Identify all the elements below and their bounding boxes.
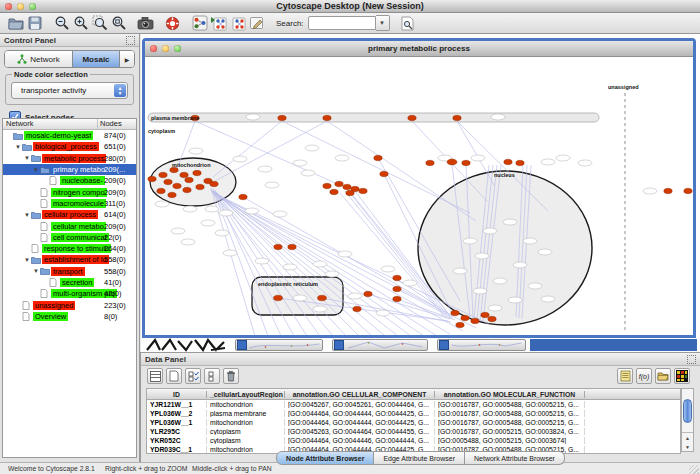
column-header-region[interactable]: _cellularLayoutRegion: [207, 391, 285, 398]
network-view-window[interactable]: primary metabolic process: [142, 38, 696, 338]
table-row[interactable]: YKR052Ccytoplasm[GO:0044464, GO:0044446,…: [147, 436, 680, 445]
table-cell: plasma membrane: [207, 410, 285, 417]
tree-item-nitrogen-compo[interactable]: nitrogen compo209(0): [3, 186, 136, 197]
column-header-molecular-function[interactable]: annotation.GO MOLECULAR_FUNCTION: [435, 391, 585, 398]
tree-item-unassigned[interactable]: unassigned223(0): [3, 299, 136, 310]
search-dropdown-button[interactable]: ▼: [376, 15, 390, 31]
heatmap-icon[interactable]: [674, 368, 690, 384]
table-row[interactable]: YLR295Ccytoplasm[GO:0045263, GO:0044464,…: [147, 427, 680, 436]
expand-triangle-icon[interactable]: ▼: [32, 167, 40, 173]
snapshot-camera-icon[interactable]: [136, 14, 155, 32]
open-icon[interactable]: [6, 14, 25, 32]
annotation-icon[interactable]: [247, 14, 266, 32]
tab-overflow-arrow[interactable]: ▶: [119, 51, 134, 67]
create-network-view-icon[interactable]: [209, 14, 228, 32]
nucleus-region: [418, 171, 592, 325]
zoom-selected-icon[interactable]: [90, 14, 109, 32]
network-graph[interactable]: plasma membrane cytoplasm mitochondrion …: [145, 57, 693, 335]
formula-icon[interactable]: f(o): [636, 368, 652, 384]
scrollbar-thumb[interactable]: [683, 399, 692, 423]
table-row[interactable]: YJR121W__1mitochondrion[GO:0045267, GO:0…: [147, 400, 680, 409]
tree-item-nucleobase-[interactable]: nucleobase-209(0): [3, 175, 136, 186]
attribute-report-icon[interactable]: [617, 368, 633, 384]
tree-item-cellular-metabo[interactable]: cellular metabo209(0): [3, 220, 136, 231]
tree-item-label: nucleobase-: [60, 176, 105, 185]
minimized-network-window-1[interactable]: [235, 339, 323, 351]
import-attributes-icon[interactable]: [655, 368, 671, 384]
search-config-icon[interactable]: [398, 14, 417, 32]
zoom-in-icon[interactable]: [71, 14, 90, 32]
vizmapper-icon[interactable]: [190, 14, 209, 32]
zoom-fit-icon[interactable]: [109, 14, 128, 32]
tab-mosaic[interactable]: Mosaic: [72, 51, 119, 67]
tree-item-secretion[interactable]: secretion41(0): [3, 277, 136, 288]
network-canvas[interactable]: plasma membrane cytoplasm mitochondrion …: [145, 57, 693, 335]
tree-column-nodes[interactable]: Nodes: [97, 119, 136, 129]
float-panel-icon[interactable]: [126, 36, 135, 45]
tab-network[interactable]: Network: [5, 51, 72, 67]
tree-item-overview[interactable]: Overview8(0): [3, 311, 136, 322]
attribute-table[interactable]: ID _cellularLayoutRegion annotation.GO C…: [146, 388, 681, 454]
float-panel-icon[interactable]: [687, 355, 696, 364]
table-cell: [GO:0016787, GO:0005488, GO:0005215, G..…: [435, 410, 585, 417]
tree-item-macromolecule[interactable]: macromolecule311(0): [3, 198, 136, 209]
search-input[interactable]: [308, 16, 376, 30]
help-lifesaver-icon[interactable]: [163, 14, 182, 32]
minimized-network-window-3[interactable]: [437, 339, 526, 351]
scrollbar-arrows[interactable]: ▲▼: [682, 432, 693, 451]
tree-item-response-to-stimulu[interactable]: response to stimulu264(0): [3, 243, 136, 254]
new-attribute-icon[interactable]: [166, 368, 182, 384]
expand-triangle-icon[interactable]: ▼: [32, 268, 40, 274]
tree-item-cell-communicat[interactable]: cell communicat22(0): [3, 232, 136, 243]
attribute-table-icon[interactable]: [147, 368, 163, 384]
tab-network-attribute-browser[interactable]: Network Attribute Browser: [465, 451, 565, 465]
tree-item-count: 311(0): [104, 199, 125, 208]
tree-item-biological-process[interactable]: ▼biological_process651(0): [3, 141, 136, 152]
tree-item-label: primary metabo: [51, 165, 107, 174]
node-color-dropdown[interactable]: transporter activity ▲▼: [11, 82, 128, 99]
expand-triangle-icon[interactable]: ▼: [23, 155, 31, 161]
table-cell: mitochondrion: [207, 401, 285, 408]
tab-edge-attribute-browser[interactable]: Edge Attribute Browser: [374, 451, 465, 465]
save-icon[interactable]: [25, 14, 44, 32]
search-label: Search:: [276, 19, 304, 28]
tree-item-establishment-of-lo[interactable]: ▼establishment of lo558(0): [3, 254, 136, 265]
file-icon: [40, 199, 51, 208]
zoom-out-icon[interactable]: [52, 14, 71, 32]
table-row[interactable]: YPL036W__2plasma membrane[GO:0044464, GO…: [147, 409, 680, 418]
table-cell: YPL036W__2: [147, 410, 207, 417]
delete-attribute-icon[interactable]: [223, 368, 239, 384]
network-tree: Network Nodes mosaic-demo-yeast874(0)▼bi…: [2, 118, 137, 458]
column-header-cellular-component[interactable]: annotation.GO CELLULAR_COMPONENT: [285, 391, 435, 398]
minimized-window-preview: [449, 340, 525, 350]
tree-item-cellular-process[interactable]: ▼cellular process614(0): [3, 209, 136, 220]
tree-item-count: 280(0): [104, 154, 126, 163]
folder-icon: [31, 256, 42, 264]
table-cell: YJR121W__1: [147, 401, 207, 408]
tree-item-transport[interactable]: ▼transport558(0): [3, 266, 136, 277]
tree-item-multi-organism-pro[interactable]: multi-organism pro42(0): [3, 288, 136, 299]
minimized-network-window-2[interactable]: [332, 339, 428, 351]
network-window-titlebar[interactable]: primary metabolic process: [145, 41, 693, 57]
expand-triangle-icon[interactable]: ▼: [23, 257, 31, 263]
file-icon: [40, 188, 51, 197]
tab-node-attribute-browser[interactable]: Node Attribute Browser: [276, 451, 374, 465]
tree-item-label: nitrogen compo: [51, 188, 107, 197]
expand-triangle-icon[interactable]: ▼: [14, 144, 22, 150]
select-attributes-icon[interactable]: [185, 368, 201, 384]
tree-column-network[interactable]: Network: [3, 119, 97, 129]
tree-item-primary-metabo[interactable]: ▼primary metabo209(...: [3, 164, 136, 175]
resize-grip[interactable]: [689, 465, 699, 474]
table-cell: cytoplasm: [207, 428, 285, 435]
tree-item-metabolic-process[interactable]: ▼metabolic process280(0): [3, 153, 136, 164]
table-scrollbar[interactable]: ▲▼: [681, 388, 694, 452]
unselect-attributes-icon[interactable]: [204, 368, 220, 384]
table-row[interactable]: YPL036W__1mitochondrion[GO:0044464, GO:0…: [147, 418, 680, 427]
minimized-window-icon: [237, 340, 247, 350]
tree-item-mosaic-demo-yeast[interactable]: mosaic-demo-yeast874(0): [3, 130, 136, 141]
expand-triangle-icon[interactable]: ▼: [23, 212, 31, 218]
column-header-id[interactable]: ID: [147, 391, 207, 398]
minimized-window-icon: [334, 340, 344, 350]
data-panel: Data Panel f(o) ID _cellularLayoutRegion…: [140, 352, 700, 462]
destroy-network-view-icon[interactable]: [228, 14, 247, 32]
